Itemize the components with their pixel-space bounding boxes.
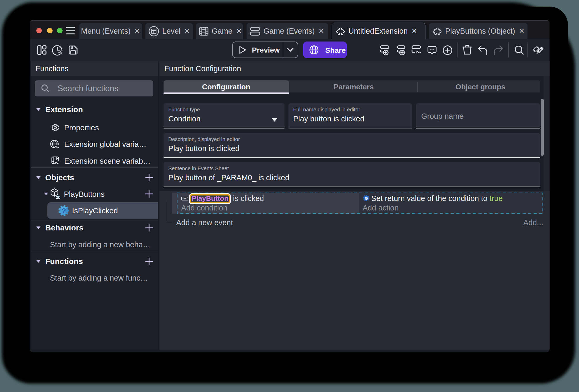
svg-text:2D: 2D (56, 195, 60, 199)
svg-text:?: ? (62, 207, 66, 215)
svg-text:G: G (365, 196, 368, 200)
